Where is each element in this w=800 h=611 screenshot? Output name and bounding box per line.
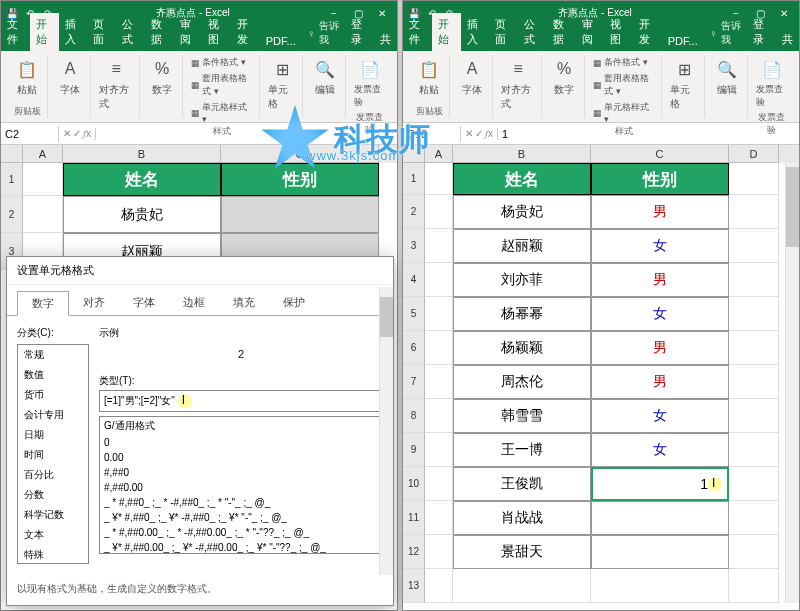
cell[interactable] — [425, 399, 453, 433]
undo-icon[interactable]: ↶ — [23, 6, 37, 20]
type-list-item[interactable]: 0.00 — [100, 450, 382, 465]
number-button[interactable]: % 数字 — [146, 55, 178, 99]
row-label[interactable]: 10 — [403, 467, 425, 501]
table-cell[interactable]: 女 — [591, 297, 729, 331]
table-header-name[interactable]: 姓名 — [453, 163, 591, 195]
cell[interactable] — [729, 331, 779, 365]
cells-button[interactable]: ⊞ 单元格 — [266, 55, 298, 113]
category-item[interactable]: 百分比 — [18, 465, 88, 485]
redo-icon[interactable]: ↷ — [41, 6, 55, 20]
cell[interactable] — [729, 569, 779, 603]
cond-format-button[interactable]: ▦条件格式 ▾ — [591, 55, 657, 70]
table-cell[interactable]: 杨贵妃 — [453, 195, 591, 229]
category-item[interactable]: 文本 — [18, 525, 88, 545]
tab-page[interactable]: 页面 — [87, 13, 116, 51]
close-icon[interactable]: ✕ — [371, 5, 393, 21]
col-header-c[interactable]: C — [221, 145, 379, 163]
cell[interactable] — [23, 163, 63, 196]
font-button[interactable]: A 字体 — [54, 55, 86, 99]
row-label[interactable]: 1 — [1, 163, 23, 196]
cell[interactable] — [425, 163, 453, 195]
cell[interactable] — [729, 365, 779, 399]
col-header-c[interactable]: C — [591, 145, 729, 163]
cell[interactable] — [729, 229, 779, 263]
table-cell[interactable]: 王俊凯 — [453, 467, 591, 501]
category-item[interactable]: 科学记数 — [18, 505, 88, 525]
category-listbox[interactable]: 常规数值货币会计专用日期时间百分比分数科学记数文本特殊自定义 — [17, 344, 89, 564]
tab-pdf[interactable]: PDF... — [662, 31, 704, 51]
dlg-tab-protect[interactable]: 保护 — [269, 291, 319, 315]
tab-page[interactable]: 页面 — [489, 13, 518, 51]
table-cell[interactable]: 肖战战 — [453, 501, 591, 535]
undo-icon[interactable]: ↶ — [425, 6, 439, 20]
tab-formula[interactable]: 公式 — [116, 13, 145, 51]
cell[interactable] — [729, 263, 779, 297]
row-label[interactable]: 9 — [403, 433, 425, 467]
cell[interactable] — [425, 229, 453, 263]
align-button[interactable]: ≡对齐方式 — [499, 55, 537, 113]
table-cell[interactable]: 1I — [591, 467, 729, 501]
cell[interactable] — [425, 569, 453, 603]
row-label[interactable]: 2 — [1, 196, 23, 233]
row-label[interactable]: 4 — [403, 263, 425, 297]
type-list-item[interactable]: _ ¥* #,##0.00_ ;_ ¥* -#,##0.00_ ;_ ¥* "-… — [100, 540, 382, 554]
type-listbox[interactable]: G/通用格式00.00#,##0#,##0.00_ * #,##0_ ;_ * … — [99, 416, 383, 554]
dlg-tab-border[interactable]: 边框 — [169, 291, 219, 315]
select-all-corner[interactable] — [403, 145, 425, 163]
table-cell[interactable]: 景甜天 — [453, 535, 591, 569]
type-list-item[interactable]: _ * #,##0_ ;_ * -#,##0_ ;_ * "-"_ ;_ @_ — [100, 495, 382, 510]
table-cell[interactable]: 赵丽颖 — [453, 229, 591, 263]
cell[interactable] — [729, 467, 779, 501]
paste-button[interactable]: 📋 粘贴 — [413, 55, 445, 99]
cell[interactable] — [729, 399, 779, 433]
table-format-button[interactable]: ▦套用表格格式 ▾ — [591, 71, 657, 99]
tab-dev[interactable]: 开发 — [231, 13, 260, 51]
type-input[interactable]: [=1]"男";[=2]"女" I — [99, 390, 383, 412]
share[interactable]: 共 — [374, 28, 397, 51]
dialog-scrollbar[interactable] — [379, 287, 393, 575]
grid-scrollbar[interactable] — [785, 163, 799, 603]
row-label[interactable]: 12 — [403, 535, 425, 569]
cell-style-button[interactable]: ▦单元格样式 ▾ — [591, 100, 657, 125]
cell[interactable] — [453, 569, 591, 603]
row-label[interactable]: 5 — [403, 297, 425, 331]
cell[interactable] — [425, 535, 453, 569]
table-cell[interactable] — [221, 196, 379, 233]
tab-review[interactable]: 审阅 — [576, 13, 605, 51]
table-cell[interactable]: 男 — [591, 263, 729, 297]
table-cell[interactable]: 女 — [591, 399, 729, 433]
row-label[interactable]: 13 — [403, 569, 425, 603]
type-list-item[interactable]: G/通用格式 — [100, 417, 382, 435]
cell[interactable] — [425, 433, 453, 467]
table-cell[interactable] — [591, 535, 729, 569]
fx-icon[interactable]: 𝑓x — [83, 128, 91, 140]
category-item[interactable]: 会计专用 — [18, 405, 88, 425]
type-list-item[interactable]: #,##0 — [100, 465, 382, 480]
number-button[interactable]: %数字 — [548, 55, 580, 99]
type-list-item[interactable]: 0 — [100, 435, 382, 450]
col-header-a[interactable]: A — [425, 145, 453, 163]
tab-dev[interactable]: 开发 — [633, 13, 662, 51]
dlg-tab-font[interactable]: 字体 — [119, 291, 169, 315]
cell[interactable] — [425, 467, 453, 501]
dlg-tab-align[interactable]: 对齐 — [69, 291, 119, 315]
row-label[interactable]: 2 — [403, 195, 425, 229]
type-list-item[interactable]: #,##0.00 — [100, 480, 382, 495]
save-icon[interactable]: 💾 — [5, 6, 19, 20]
table-cell[interactable]: 刘亦菲 — [453, 263, 591, 297]
fx-check-icon[interactable]: ✓ — [73, 128, 81, 139]
col-header-b[interactable]: B — [453, 145, 591, 163]
tab-view[interactable]: 视图 — [202, 13, 231, 51]
cell[interactable] — [425, 297, 453, 331]
cell[interactable] — [729, 501, 779, 535]
save-icon[interactable]: 💾 — [407, 6, 421, 20]
table-cell[interactable] — [591, 501, 729, 535]
cell[interactable] — [425, 263, 453, 297]
tab-review[interactable]: 审阅 — [174, 13, 203, 51]
cell[interactable] — [425, 331, 453, 365]
col-header-a[interactable]: A — [23, 145, 63, 163]
cell[interactable] — [591, 569, 729, 603]
editing-button[interactable]: 🔍编辑 — [711, 55, 743, 99]
type-list-item[interactable]: _ * #,##0.00_ ;_ * -#,##0.00_ ;_ * "-"??… — [100, 525, 382, 540]
share[interactable]: 共 — [776, 28, 799, 51]
